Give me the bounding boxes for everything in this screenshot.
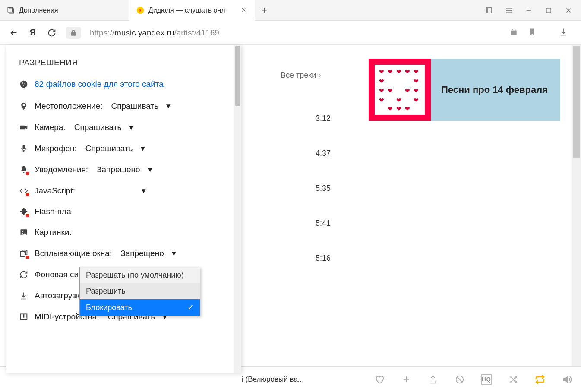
svg-rect-0 (8, 7, 13, 12)
promo-title: Песни про 14 февраля (431, 84, 558, 95)
download-icon (19, 291, 28, 300)
page-content: Все треки› 3:12 4:37 5:35 5:41 5:16 ❤❤❤❤… (242, 45, 581, 366)
svg-point-7 (22, 82, 23, 84)
midi-icon (19, 312, 28, 322)
check-icon: ✓ (187, 303, 194, 312)
svg-point-13 (22, 231, 23, 232)
close-window-icon[interactable] (565, 6, 572, 14)
protect-icon[interactable] (509, 28, 518, 38)
svg-point-8 (24, 83, 25, 85)
svg-rect-11 (23, 145, 25, 149)
content-area: РАЗРЕШЕНИЯ 82 файлов cookie для этого са… (0, 45, 581, 366)
page-scrollbar[interactable] (572, 45, 581, 366)
perm-javascript[interactable]: JavaScript: ▾ (19, 186, 241, 196)
location-icon (19, 101, 28, 111)
svg-rect-1 (9, 9, 14, 13)
tab-bar: Дополнения Дидюля — слушать онл × + (0, 0, 581, 21)
javascript-dropdown: Разрешать (по умолчанию) Разрешить Блоки… (79, 267, 200, 316)
menu-icon[interactable] (505, 6, 513, 14)
camera-icon (19, 123, 28, 132)
hq-button[interactable]: HQ (481, 374, 492, 385)
volume-icon[interactable] (561, 374, 572, 385)
promo-image: ❤❤❤❤❤ ❤❤ ❤❤❤❤ ❤❤❤ ❤❤❤ (369, 59, 431, 121)
image-icon (19, 228, 28, 237)
site-info-button[interactable] (66, 27, 81, 39)
tab-active[interactable]: Дидюля — слушать онл × (129, 0, 255, 21)
all-tracks-link[interactable]: Все треки› (281, 71, 321, 80)
new-tab-button[interactable]: + (255, 5, 274, 16)
svg-rect-5 (511, 30, 516, 35)
svg-rect-3 (486, 8, 492, 13)
close-icon[interactable]: × (240, 6, 248, 15)
track-duration: 5:16 (242, 241, 337, 276)
now-playing-title: і (Велюровый ва... (242, 375, 304, 384)
sync-icon (19, 270, 28, 279)
chevron-right-icon: › (319, 71, 321, 79)
add-icon[interactable]: + (401, 374, 412, 385)
track-duration: 4:37 (242, 136, 337, 171)
block-icon[interactable] (454, 374, 465, 385)
bell-icon (19, 165, 28, 174)
svg-rect-4 (546, 8, 551, 13)
dropdown-allow[interactable]: Разрешить (80, 283, 200, 299)
repeat-icon[interactable] (534, 374, 546, 385)
svg-point-6 (20, 81, 28, 88)
yandex-icon[interactable]: Я (28, 28, 38, 38)
perm-images[interactable]: Картинки: (19, 228, 241, 237)
dropdown-block[interactable]: Блокировать✓ (80, 299, 200, 316)
like-icon[interactable] (374, 374, 385, 385)
minimize-icon[interactable] (525, 6, 533, 14)
track-duration: 5:35 (242, 171, 337, 206)
track-duration: 5:41 (242, 206, 337, 241)
promo-card[interactable]: ❤❤❤❤❤ ❤❤ ❤❤❤❤ ❤❤❤ ❤❤❤ Песни про 14 февра… (369, 59, 560, 121)
reader-icon[interactable] (485, 6, 493, 14)
perm-microphone[interactable]: Микрофон: Спрашивать▾ (19, 143, 241, 153)
bookmark-icon[interactable] (528, 28, 536, 38)
share-icon[interactable] (427, 374, 439, 385)
perm-camera[interactable]: Камера: Спрашивать▾ (19, 122, 241, 132)
yandex-music-icon (136, 6, 144, 14)
extensions-icon (7, 6, 15, 14)
perm-notifications[interactable]: Уведомления: Запрещено▾ (19, 164, 241, 174)
tab-extensions[interactable]: Дополнения (0, 0, 129, 21)
download-icon[interactable] (559, 28, 568, 38)
maximize-icon[interactable] (545, 6, 553, 14)
code-icon (19, 186, 28, 196)
permissions-title: РАЗРЕШЕНИЯ (19, 58, 241, 67)
microphone-icon (19, 144, 28, 153)
address-bar: Я https://music.yandex.ru/artist/41169 (0, 21, 581, 45)
track-duration: 3:12 (242, 101, 337, 136)
tab-label: Дидюля — слушать онл (148, 6, 225, 14)
plugin-icon (19, 207, 28, 216)
url-display[interactable]: https://music.yandex.ru/artist/41169 (90, 28, 501, 38)
cookie-icon (19, 79, 28, 89)
dropdown-allow-default[interactable]: Разрешать (по умолчанию) (80, 267, 200, 283)
permissions-panel: РАЗРЕШЕНИЯ 82 файлов cookie для этого са… (6, 45, 241, 373)
perm-flash[interactable]: Flash-пла (19, 207, 241, 216)
cookies-link[interactable]: 82 файлов cookie для этого сайта (19, 79, 241, 89)
reload-icon[interactable] (47, 28, 57, 38)
popup-icon (19, 249, 28, 258)
perm-popups[interactable]: Всплывающие окна: Запрещено▾ (19, 248, 241, 258)
track-list: 3:12 4:37 5:35 5:41 5:16 (242, 101, 337, 276)
perm-location[interactable]: Местоположение: Спрашивать▾ (19, 101, 241, 111)
window-controls (485, 6, 581, 14)
svg-rect-10 (20, 125, 25, 129)
tab-label: Дополнения (19, 6, 58, 14)
svg-point-9 (23, 85, 24, 86)
back-icon[interactable] (9, 28, 19, 38)
shuffle-icon[interactable] (508, 374, 519, 385)
